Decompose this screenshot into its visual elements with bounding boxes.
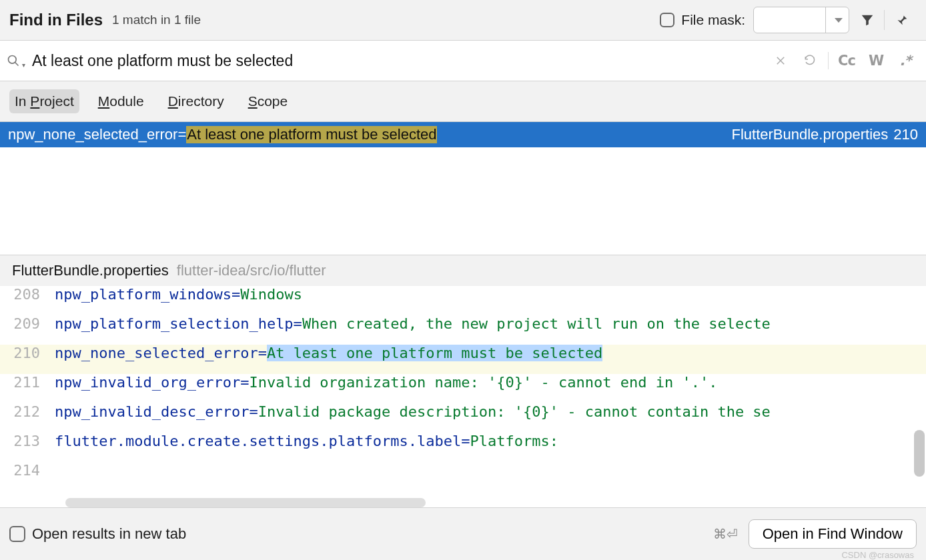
line-number: 214 — [0, 462, 55, 479]
tab-in-project[interactable]: In Project — [9, 89, 79, 113]
code-content: npw_platform_windows=Windows — [55, 286, 926, 303]
code-line[interactable]: 214 — [0, 462, 926, 491]
code-line[interactable]: 208npw_platform_windows=Windows — [0, 286, 926, 315]
tool-separator — [828, 52, 829, 69]
result-eq: = — [177, 126, 186, 143]
code-line[interactable]: 211npw_invalid_org_error=Invalid organiz… — [0, 374, 926, 403]
preview-file-path: flutter-idea/src/io/flutter — [177, 262, 326, 279]
results-list: npw_none_selected_error=At least one pla… — [0, 122, 926, 255]
tab-scope[interactable]: Scope — [243, 89, 294, 113]
code-content: npw_invalid_org_error=Invalid organizati… — [55, 374, 926, 391]
search-icon[interactable]: ▾ — [7, 54, 27, 67]
open-new-tab-checkbox[interactable] — [9, 526, 25, 542]
code-content: flutter.module.create.settings.platforms… — [55, 433, 926, 449]
code-line[interactable]: 210npw_none_selected_error=At least one … — [0, 345, 926, 374]
code-line[interactable]: 212npw_invalid_desc_error=Invalid packag… — [0, 403, 926, 433]
whole-words-button[interactable]: W — [862, 49, 890, 73]
svg-point-0 — [9, 56, 17, 64]
filter-icon[interactable] — [852, 7, 883, 33]
result-match-highlight: At least one platform must be selected — [186, 126, 437, 143]
vertical-scrollbar[interactable] — [914, 430, 925, 477]
tab-directory[interactable]: Directory — [163, 89, 229, 113]
scope-tabs: In Project Module Directory Scope — [0, 81, 926, 122]
search-row: ▾ Cc W .* — [0, 41, 926, 81]
code-content: npw_platform_selection_help=When created… — [55, 315, 926, 332]
file-mask-label: File mask: — [681, 12, 745, 28]
clear-search-icon[interactable] — [767, 49, 795, 73]
watermark: CSDN @crasowas — [841, 550, 914, 560]
match-count: 1 match in 1 file — [112, 13, 201, 27]
code-content: npw_invalid_desc_error=Invalid package d… — [55, 403, 926, 420]
open-find-window-button[interactable]: Open in Find Window — [749, 519, 917, 549]
pin-icon[interactable] — [886, 7, 917, 33]
header-bar: Find in Files 1 match in 1 file File mas… — [0, 0, 926, 41]
preview-header: FlutterBundle.properties flutter-idea/sr… — [0, 255, 926, 286]
result-key: npw_none_selected_error — [8, 126, 177, 143]
keyboard-shortcut: ⌘⏎ — [713, 526, 738, 542]
line-number: 212 — [0, 403, 55, 420]
code-content: npw_none_selected_error=At least one pla… — [55, 345, 926, 361]
file-mask-combo[interactable] — [753, 7, 849, 33]
result-row[interactable]: npw_none_selected_error=At least one pla… — [0, 122, 926, 147]
dialog-title: Find in Files — [9, 11, 103, 29]
code-preview[interactable]: 208npw_platform_windows=Windows209npw_pl… — [0, 286, 926, 507]
result-line: 210 — [893, 126, 918, 143]
horizontal-scrollbar[interactable] — [65, 498, 426, 507]
result-file: FlutterBundle.properties — [731, 126, 888, 143]
tab-module[interactable]: Module — [93, 89, 149, 113]
file-mask-checkbox[interactable] — [660, 13, 674, 27]
svg-line-1 — [15, 63, 19, 66]
line-number: 210 — [0, 345, 55, 361]
regex-button[interactable]: .* — [891, 49, 919, 73]
code-line[interactable]: 213flutter.module.create.settings.platfo… — [0, 433, 926, 462]
preview-file-name: FlutterBundle.properties — [12, 262, 169, 279]
line-number: 211 — [0, 374, 55, 391]
line-number: 208 — [0, 286, 55, 303]
search-input[interactable] — [27, 52, 767, 70]
footer-bar: Open results in new tab ⌘⏎ Open in Find … — [0, 507, 926, 560]
search-history-icon[interactable] — [796, 49, 824, 73]
open-new-tab-label: Open results in new tab — [32, 525, 186, 543]
line-number: 209 — [0, 315, 55, 332]
code-line[interactable]: 209npw_platform_selection_help=When crea… — [0, 315, 926, 345]
line-number: 213 — [0, 433, 55, 449]
match-case-button[interactable]: Cc — [833, 49, 861, 73]
header-separator — [884, 10, 885, 30]
